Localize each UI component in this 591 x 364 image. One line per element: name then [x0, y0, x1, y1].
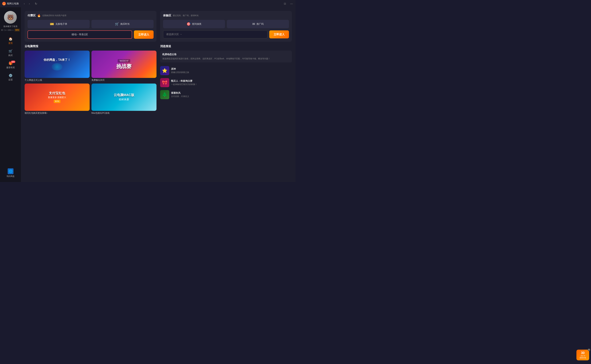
autumn-info: 紫塞秋风 古代丝路，行侠仗义 — [171, 91, 292, 98]
forward-button[interactable]: › — [27, 2, 31, 6]
game-list: ⭐ 原神 踏遍尘世的探索之旅 🎀 甄豆人：终极淘汰赛 一起体验综艺闯关天的刺激！ — [160, 65, 292, 100]
paid-zone-title: 付费区 🔥 仅限购买时长卡的用户使用 — [27, 14, 153, 17]
redeem-icon: 🎫 — [50, 22, 54, 26]
announcement-title: 机房动态公告 — [162, 53, 290, 56]
sidebar-item-settings[interactable]: ⚙️ 设置 — [0, 72, 21, 83]
paid-server-value: 移动 - 华东1区 — [72, 33, 88, 36]
my-disk-icon: 🌐 — [8, 168, 13, 174]
exp-enter-label: 立即进入 — [274, 33, 285, 36]
app-logo: 🔥 顺网云电脑 — [2, 2, 19, 6]
home-icon: 🏠 — [9, 37, 13, 41]
sidebar-settings-label: 设置 — [8, 78, 13, 81]
content-area: 付费区 🔥 仅限购买时长卡的用户使用 🎫 兑换电子券 🛒 购买时长 — [21, 7, 295, 182]
sidebar-item-my-disk[interactable]: 🌐 我的网盘 — [7, 167, 14, 179]
card1-caption: 个人网盘正式上线 — [25, 79, 90, 82]
sidebar-bottom: 🌐 我的网盘 — [0, 167, 21, 182]
sidebar-item-buy[interactable]: 🛒 购买 — [0, 47, 21, 59]
paid-server-row: 移动 - 华东1区 立即进入 — [27, 30, 153, 39]
news-card-3[interactable]: 支付宝红包 数量更多 面额更大 第2轮 领完红包购买更划算哦~ — [25, 84, 90, 115]
title-bar: 🔥 顺网云电脑 ‹ › ↻ ⊡ — — [0, 0, 295, 7]
news-card-2[interactable]: "30天打卡" 挑战赛 免费畅玩30天 — [92, 51, 157, 82]
exp-zone-title-text: 体验区 — [163, 14, 171, 17]
sidebar-nav: 🏠 首页 🛒 购买 福利 🎁 邀请有奖 ⚙️ 设置 — [0, 35, 21, 83]
exp-zone-buttons: 🎯 签到抽奖 ✉ 推广码 — [163, 20, 289, 28]
sidebar-invite-label: 邀请有奖 — [6, 66, 15, 69]
checkin-label: 签到抽奖 — [192, 22, 201, 26]
zone-row: 付费区 🔥 仅限购买时长卡的用户使用 🎫 兑换电子券 🛒 购买时长 — [25, 11, 292, 42]
exp-enter-button[interactable]: 立即进入 — [269, 30, 289, 39]
exp-zone-subtitle: 通过完到、推广码，获得时长 — [173, 14, 199, 17]
sidebar-home-label: 首页 — [8, 42, 13, 45]
buy-time-button[interactable]: 🛒 购买时长 — [92, 20, 153, 28]
user-id-value: 1○○191○○ — [4, 29, 14, 31]
card2-text: 挑战赛 — [116, 63, 132, 70]
paid-enter-label: 立即进入 — [138, 33, 149, 36]
card2-caption: 免费畅玩30天 — [92, 79, 157, 82]
promo-code-button[interactable]: ✉ 推广码 — [227, 20, 289, 28]
avatar-area: 熊本断开了联系 ID: 1○○191○○ 复制 — [1, 11, 20, 32]
card1-text: 你的网盘，TA来了！ — [44, 58, 71, 62]
app-title: 顺网云电脑 — [7, 2, 19, 5]
yuanshen-icon: ⭐ — [160, 66, 169, 75]
fire-icon: 🔥 — [37, 14, 41, 17]
back-button[interactable]: ‹ — [22, 2, 26, 6]
sidebar-buy-label: 购买 — [8, 54, 13, 57]
exp-server-select[interactable]: 请选择大区 → — [163, 30, 268, 39]
paid-zone-subtitle: 仅限购买时长卡的用户使用 — [42, 14, 66, 17]
card3-text: 支付宝红包 — [49, 91, 65, 95]
card3-overlay: 支付宝红包 数量更多 面额更大 第2轮 — [25, 84, 90, 111]
main-layout: 熊本断开了联系 ID: 1○○191○○ 复制 🏠 首页 🛒 购买 福利 🎁 邀… — [0, 7, 295, 182]
messages-section-title: 消息推送 — [160, 45, 292, 48]
promo-icon: ✉ — [252, 22, 255, 26]
news-card-1[interactable]: 你的网盘，TA来了！ 个人网盘正式上线 — [25, 51, 90, 82]
my-disk-label: 我的网盘 — [7, 175, 14, 178]
message-panel: 消息推送 机房动态公告 请选择延迟低的区域进行游戏；若跨运营商、远距离选区，PC… — [160, 45, 292, 178]
user-id-prefix: ID: — [1, 29, 4, 31]
paid-zone-panel: 付费区 🔥 仅限购买时长卡的用户使用 🎫 兑换电子券 🛒 购买时长 — [25, 11, 157, 42]
avatar — [4, 11, 17, 24]
checkin-button[interactable]: 🎯 签到抽奖 — [163, 20, 225, 28]
refresh-button[interactable]: ↻ — [34, 2, 38, 6]
sidebar-item-invite[interactable]: 福利 🎁 邀请有奖 — [0, 59, 21, 71]
yuanshen-desc: 踏遍尘世的探索之旅 — [171, 71, 292, 74]
sidebar-item-home[interactable]: 🏠 首页 — [0, 35, 21, 47]
redeem-label: 兑换电子券 — [55, 22, 67, 26]
announcement-text: 请选择延迟低的区域进行游戏；若跨运营商、远距离选区，PC使用wifi、本地网络不… — [162, 57, 290, 60]
paid-server-select[interactable]: 移动 - 华东1区 — [27, 30, 132, 39]
game-item-yuanshen[interactable]: ⭐ 原神 踏遍尘世的探索之旅 — [160, 65, 292, 76]
autumn-desc: 古代丝路，行侠仗义 — [171, 95, 292, 98]
card4-caption: Mac也能玩PC游戏 — [92, 111, 157, 115]
redeem-voucher-button[interactable]: 🎫 兑换电子券 — [27, 20, 90, 28]
promo-label: 推广码 — [257, 22, 264, 26]
buy-time-icon: 🛒 — [115, 22, 119, 26]
shotdown-desc: 一起体验综艺闯关天的刺激！ — [171, 83, 292, 86]
experience-zone-panel: 体验区 通过完到、推广码，获得时长 🎯 签到抽奖 ✉ 推广码 请选择大区 — [160, 11, 292, 42]
card2-overlay: "30天打卡" 挑战赛 — [92, 51, 157, 78]
exp-server-row: 请选择大区 → 立即进入 — [163, 30, 289, 39]
card4-text: 云电脑MAC版 — [114, 93, 134, 97]
news-row: 云电脑简报 你的网盘，TA来了！ 个人网盘正式上线 — [25, 45, 292, 178]
game-item-shotdown[interactable]: 🎀 甄豆人：终极淘汰赛 一起体验综艺闯关天的刺激！ — [160, 77, 292, 88]
settings-icon: ⚙️ — [9, 73, 13, 78]
game-item-autumn[interactable]: 🌲 紫塞秋风 古代丝路，行侠仗义 — [160, 89, 292, 100]
yuanshen-name: 原神 — [171, 67, 292, 71]
autumn-name: 紫塞秋风 — [171, 91, 292, 95]
screenshot-button[interactable]: ⊡ — [283, 2, 287, 6]
minimize-button[interactable]: — — [290, 2, 293, 6]
sidebar: 熊本断开了联系 ID: 1○○191○○ 复制 🏠 首页 🛒 购买 福利 🎁 邀… — [0, 7, 21, 182]
paid-enter-button[interactable]: 立即进入 — [134, 30, 153, 39]
buy-time-label: 购买时长 — [120, 22, 130, 26]
announcement-box: 机房动态公告 请选择延迟低的区域进行游戏；若跨运营商、远距离选区，PC使用wif… — [160, 51, 292, 62]
news-panel: 云电脑简报 你的网盘，TA来了！ 个人网盘正式上线 — [25, 45, 157, 178]
buy-icon: 🛒 — [9, 49, 13, 53]
card3-caption: 领完红包购买更划算哦~ — [25, 111, 90, 115]
news-card-4[interactable]: 云电脑MAC版 抢鲜来袭 Mac也能玩PC游戏 — [92, 84, 157, 115]
exp-server-placeholder: 请选择大区 → — [166, 33, 182, 36]
card4-overlay: 云电脑MAC版 抢鲜来袭 — [92, 84, 157, 111]
user-id-row: ID: 1○○191○○ 复制 — [1, 29, 20, 32]
paid-zone-buttons: 🎫 兑换电子券 🛒 购买时长 — [27, 20, 153, 28]
logo-icon: 🔥 — [2, 2, 6, 6]
exp-zone-title: 体验区 通过完到、推广码，获得时长 — [163, 14, 289, 17]
copy-id-button[interactable]: 复制 — [14, 29, 20, 32]
shotdown-info: 甄豆人：终极淘汰赛 一起体验综艺闯关天的刺激！ — [171, 79, 292, 86]
